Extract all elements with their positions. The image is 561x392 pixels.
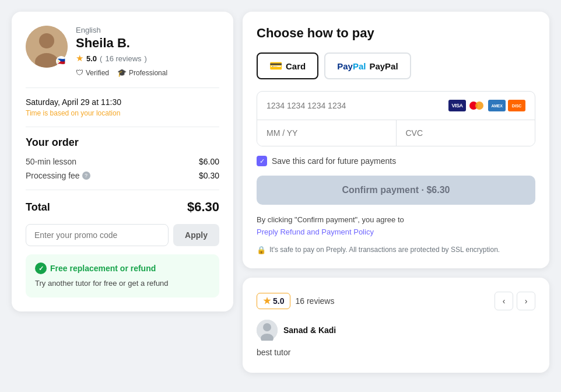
help-icon[interactable]: ?	[82, 172, 90, 180]
tab-paypal[interactable]: PayPal PayPal	[324, 52, 411, 79]
verified-badge: 🛡 Verified	[76, 68, 109, 77]
pro-icon: 🎓	[117, 68, 127, 77]
visa-logo: VISA	[448, 100, 466, 111]
shield-icon: 🛡	[76, 68, 83, 77]
flag-icon: 🇵🇭	[56, 56, 66, 66]
right-panel: Choose how to pay 💳 Card PayPal PayPal V…	[243, 12, 549, 373]
review-rating-val: 5.0	[273, 296, 284, 306]
paypal-tab-label: PayPal	[369, 61, 398, 71]
rating-value: 5.0	[86, 54, 97, 63]
order-lesson-label: 50-min lesson	[26, 157, 76, 166]
badges: 🛡 Verified 🎓 Professional	[76, 68, 219, 77]
order-lesson-price: $6.00	[199, 157, 219, 166]
order-title: Your order	[26, 136, 219, 149]
payment-tabs: 💳 Card PayPal PayPal	[257, 52, 535, 79]
schedule-note: Time is based on your location	[26, 109, 219, 117]
reviews-prev-button[interactable]: ‹	[495, 292, 513, 310]
free-replacement-title: ✓ Free replacement or refund	[35, 262, 210, 274]
reviewer-avatar	[257, 320, 278, 341]
professional-badge: 🎓 Professional	[117, 68, 167, 77]
save-card-row: ✓ Save this card for future payments	[257, 156, 535, 166]
review-star-icon: ★	[263, 296, 271, 306]
tutor-language: English	[76, 26, 219, 34]
free-replacement-box: ✓ Free replacement or refund Try another…	[26, 254, 219, 298]
reviews-panel: ★ 5.0 16 reviews ‹ › Sanad & Kadi best t…	[243, 278, 549, 373]
review-text: best tutor	[257, 346, 535, 359]
divider-1	[26, 88, 219, 88]
left-panel: 🇵🇭 English Sheila B. ★ 5.0 (16 reviews) …	[12, 12, 233, 312]
paypal-logo: PayPal	[337, 61, 366, 71]
discover-logo: DISC	[508, 100, 525, 111]
cvc-input[interactable]	[397, 120, 535, 146]
review-count: (	[100, 54, 102, 63]
avatar-wrap: 🇵🇭	[26, 26, 68, 68]
save-card-label: Save this card for future payments	[272, 156, 396, 166]
reviews-next-button[interactable]: ›	[517, 292, 535, 310]
reviewer-name: Sanad & Kadi	[283, 326, 336, 335]
tutor-name: Sheila B.	[76, 36, 219, 51]
divider-2	[26, 127, 219, 127]
lock-icon: 🔒	[257, 246, 266, 254]
divider-3	[26, 190, 219, 190]
ssl-text: 🔒 It's safe to pay on Preply. All transa…	[257, 246, 535, 254]
tutor-header: 🇵🇭 English Sheila B. ★ 5.0 (16 reviews) …	[26, 26, 219, 77]
card-number-input[interactable]	[267, 101, 448, 110]
svg-point-1	[39, 33, 54, 48]
promo-row: Apply	[26, 224, 219, 246]
expiry-input[interactable]	[257, 120, 397, 146]
payment-panel: Choose how to pay 💳 Card PayPal PayPal V…	[243, 12, 549, 268]
policy-link[interactable]: Preply Refund and Payment Policy	[257, 228, 374, 236]
verified-label: Verified	[86, 69, 109, 77]
card-logos: VISA AMEX DISC	[448, 100, 525, 111]
card-number-row: VISA AMEX DISC	[257, 92, 535, 120]
tutor-rating: ★ 5.0 (16 reviews)	[76, 53, 219, 64]
policy-text: By clicking "Confirm payment", you agree…	[257, 214, 535, 239]
total-label: Total	[26, 201, 50, 214]
total-price: $6.30	[187, 200, 219, 215]
card-tab-label: Card	[286, 61, 306, 71]
star-icon: ★	[76, 53, 83, 64]
apply-button[interactable]: Apply	[173, 224, 219, 246]
mastercard-logo	[468, 100, 486, 111]
promo-input[interactable]	[26, 224, 169, 246]
order-fee-row: Processing fee ? $0.30	[26, 171, 219, 180]
payment-title: Choose how to pay	[257, 26, 535, 41]
save-card-checkbox[interactable]: ✓	[257, 156, 267, 166]
tab-card[interactable]: 💳 Card	[257, 52, 318, 79]
professional-label: Professional	[129, 69, 167, 77]
amex-logo: AMEX	[488, 100, 506, 111]
tutor-info: English Sheila B. ★ 5.0 (16 reviews) 🛡 V…	[76, 26, 219, 77]
card-bottom-row	[257, 120, 535, 146]
order-fee-price: $0.30	[199, 171, 219, 180]
order-fee-label: Processing fee ?	[26, 171, 90, 180]
reviews-header: ★ 5.0 16 reviews ‹ ›	[257, 292, 535, 310]
reviewer: Sanad & Kadi	[257, 320, 535, 341]
check-icon: ✓	[35, 262, 47, 274]
confirm-payment-button[interactable]: Confirm payment · $6.30	[257, 176, 535, 205]
schedule-date: Saturday, April 29 at 11:30	[26, 97, 219, 107]
order-lesson-row: 50-min lesson $6.00	[26, 157, 219, 166]
reviews-rating: ★ 5.0 16 reviews	[257, 293, 334, 309]
total-row: Total $6.30	[26, 200, 219, 215]
reviewer-avatar-image	[257, 320, 278, 341]
card-form: VISA AMEX DISC	[257, 91, 535, 146]
review-count-val: 16 reviews	[105, 54, 141, 63]
card-tab-icon: 💳	[269, 60, 282, 72]
reviews-count: 16 reviews	[295, 296, 334, 306]
svg-point-4	[263, 323, 271, 331]
rating-badge: ★ 5.0	[257, 293, 290, 309]
reviews-nav: ‹ ›	[495, 292, 535, 310]
free-replacement-desc: Try another tutor for free or get a refu…	[35, 278, 210, 289]
